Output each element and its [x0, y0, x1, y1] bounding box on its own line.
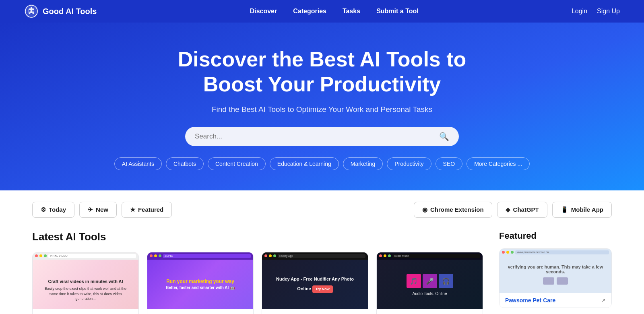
tool-card-audio-muse[interactable]: Audio Muse 🎵 🎤 🎧 Audio Tools. Online Aud…	[376, 252, 483, 314]
featured-sidebar: Featured www.pawsomepetcare.cn verifying…	[499, 231, 612, 314]
svg-rect-5	[31, 7, 32, 9]
star-icon: ★	[130, 206, 135, 213]
pill-productivity[interactable]: Productivity	[387, 157, 431, 170]
svg-point-4	[32, 10, 34, 12]
pawsome-external-icon: ↗	[601, 297, 606, 304]
main-nav: Discover Categories Tasks Submit a Tool	[250, 8, 419, 15]
pill-education[interactable]: Education & Learning	[270, 157, 339, 170]
login-link[interactable]: Login	[572, 8, 587, 15]
chrome-icon: ◉	[422, 206, 427, 213]
pawsome-link[interactable]: Pawsome Pet Care	[505, 297, 555, 304]
logo-text: Good AI Tools	[43, 7, 97, 16]
filter-new[interactable]: ✈ New	[79, 202, 117, 218]
tool-card-viral-video[interactable]: VIRAL VIDEO Craft viral videos in minute…	[32, 252, 139, 314]
nav-categories[interactable]: Categories	[293, 8, 326, 15]
filter-bar: ⚙ Today ✈ New ★ Featured ◉ Chrome Extens…	[32, 202, 612, 218]
tools-grid: VIRAL VIDEO Craft viral videos in minute…	[32, 252, 483, 314]
pill-content-creation[interactable]: Content Creation	[208, 157, 266, 170]
featured-pawsome-img: www.pawsomepetcare.cn verifying you are …	[500, 249, 611, 293]
svg-point-3	[29, 10, 31, 12]
gear-icon: ⚙	[41, 206, 46, 213]
filter-featured[interactable]: ★ Featured	[122, 202, 172, 218]
nav-tasks[interactable]: Tasks	[343, 8, 360, 15]
featured-title: Featured	[499, 231, 612, 241]
header: Good AI Tools Discover Categories Tasks …	[0, 0, 644, 23]
tool-card-zepic[interactable]: ZEPIC Run your marketing your way Better…	[147, 252, 254, 314]
tool-card-nudey[interactable]: Nudey App Nudey App - Free Nudifier Any …	[262, 252, 368, 314]
filter-mobile-app[interactable]: 📱 Mobile App	[552, 202, 612, 218]
tool-card-nudey-img: Nudey App Nudey App - Free Nudifier Any …	[262, 252, 368, 309]
signup-link[interactable]: Sign Up	[597, 8, 620, 15]
tool-card-audio-muse-footer: Audio Muse ↗	[377, 309, 483, 314]
filter-left: ⚙ Today ✈ New ★ Featured	[32, 202, 172, 218]
tool-card-zepic-footer: ZEPIC ↗	[147, 309, 253, 314]
logo[interactable]: Good AI Tools	[24, 4, 97, 19]
plane-icon: ✈	[88, 206, 93, 213]
chatgpt-icon: ◈	[506, 206, 510, 213]
pill-ai-assistants[interactable]: AI Assistants	[114, 157, 162, 170]
mobile-icon: 📱	[561, 206, 568, 213]
tool-card-viral-video-footer: Viral Video ↗	[33, 309, 138, 314]
latest-tools-title: Latest AI Tools	[32, 231, 483, 243]
hero-section: Discover the Best AI Tools to Boost Your…	[0, 23, 644, 190]
tools-main: Latest AI Tools VIRAL VIDEO	[32, 231, 483, 314]
hero-subtitle: Find the Best AI Tools to Optimize Your …	[0, 105, 644, 114]
filter-chatgpt[interactable]: ◈ ChatGPT	[497, 202, 547, 218]
filter-right: ◉ Chrome Extension ◈ ChatGPT 📱 Mobile Ap…	[414, 202, 612, 218]
nav-discover[interactable]: Discover	[250, 8, 277, 15]
tool-card-viral-video-img: VIRAL VIDEO Craft viral videos in minute…	[33, 252, 138, 309]
featured-card-pawsome[interactable]: www.pawsomepetcare.cn verifying you are …	[499, 248, 612, 308]
search-button[interactable]: 🔍	[439, 132, 449, 141]
hero-title: Discover the Best AI Tools to Boost Your…	[177, 47, 467, 97]
featured-pawsome-footer: Pawsome Pet Care ↗	[500, 293, 611, 308]
category-pills: AI Assistants Chatbots Content Creation …	[0, 157, 644, 170]
auth-links: Login Sign Up	[572, 8, 620, 15]
tool-card-nudey-footer: Nudey App ↗	[262, 309, 368, 314]
pill-more[interactable]: More Categories ...	[466, 157, 530, 170]
search-bar: 🔍	[185, 127, 459, 146]
search-input[interactable]	[195, 132, 439, 140]
filter-chrome-extension[interactable]: ◉ Chrome Extension	[414, 202, 492, 218]
main-section: ⚙ Today ✈ New ★ Featured ◉ Chrome Extens…	[0, 190, 644, 314]
pill-chatbots[interactable]: Chatbots	[166, 157, 204, 170]
pill-seo[interactable]: SEO	[436, 157, 463, 170]
filter-today[interactable]: ⚙ Today	[32, 202, 74, 218]
nav-submit[interactable]: Submit a Tool	[376, 8, 419, 15]
tool-card-audio-muse-img: Audio Muse 🎵 🎤 🎧 Audio Tools. Online	[377, 252, 483, 309]
content-layout: Latest AI Tools VIRAL VIDEO	[32, 231, 612, 314]
tool-card-zepic-img: ZEPIC Run your marketing your way Better…	[147, 252, 253, 309]
pill-marketing[interactable]: Marketing	[343, 157, 383, 170]
